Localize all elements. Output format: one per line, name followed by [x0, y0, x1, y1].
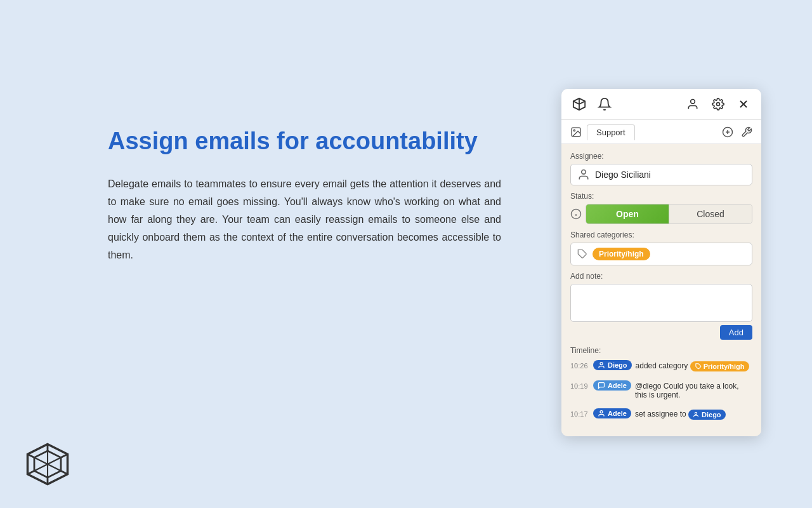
- timeline-action-3: set assignee to Diego: [635, 408, 752, 420]
- diego-avatar: Diego: [593, 360, 632, 370]
- timeline-entry: 10:19 Adele @diego Could you take a look…: [570, 380, 752, 399]
- categories-section: Shared categories: Priority/high: [570, 231, 752, 265]
- timeline-action-1: added category Priority/high: [636, 360, 752, 371]
- left-content: Assign emails for accountability Delegat…: [108, 127, 501, 264]
- add-widget-icon[interactable]: [719, 124, 736, 140]
- support-tab[interactable]: Support: [587, 124, 635, 140]
- category-inline-badge: Priority/high: [690, 361, 750, 371]
- main-description: Delegate emails to teammates to ensure e…: [108, 175, 501, 264]
- adele-person-avatar: Adele: [593, 408, 631, 418]
- svg-point-11: [691, 100, 695, 104]
- status-toggle: Open Closed: [586, 204, 752, 224]
- assignee-row: Diego Siciliani: [570, 164, 752, 185]
- timeline-entry: 10:17 Adele set assignee to: [570, 408, 752, 420]
- categories-row: Priority/high: [570, 243, 752, 265]
- widget-tabs: Support: [561, 120, 761, 144]
- email-widget: Support Assignee: Diego Siciliani: [561, 89, 761, 436]
- status-label: Status:: [570, 192, 752, 201]
- main-heading: Assign emails for accountability: [108, 127, 501, 156]
- note-label: Add note:: [570, 272, 752, 281]
- person-icon[interactable]: [683, 94, 703, 114]
- timeline-label: Timeline:: [570, 346, 752, 355]
- status-open-button[interactable]: Open: [586, 204, 669, 224]
- svg-point-16: [573, 130, 575, 131]
- status-info-icon: [570, 208, 582, 220]
- assignee-value: Diego Siciliani: [595, 170, 651, 180]
- status-row: Open Closed: [570, 204, 752, 224]
- bell-icon[interactable]: [594, 94, 615, 114]
- close-icon[interactable]: [733, 94, 754, 114]
- status-closed-button[interactable]: Closed: [669, 204, 752, 224]
- timeline-time-3: 10:17: [570, 408, 589, 418]
- widget-header: [561, 89, 761, 120]
- svg-point-27: [695, 412, 697, 414]
- note-textarea[interactable]: [570, 284, 752, 322]
- adele-chat-avatar: Adele: [593, 380, 631, 391]
- tag-icon: [577, 249, 587, 259]
- add-note-section: Add note: Add: [570, 272, 752, 340]
- timeline-entry: 10:26 Diego added category Priority/high: [570, 360, 752, 371]
- widget-body: Assignee: Diego Siciliani Status: Open C…: [561, 144, 761, 436]
- svg-point-25: [600, 363, 603, 365]
- logo-icon: [25, 442, 70, 486]
- timeline-time: 10:26: [570, 360, 589, 370]
- timeline-section: Timeline: 10:26 Diego added category: [570, 346, 752, 420]
- cube-icon[interactable]: [569, 94, 589, 114]
- svg-point-26: [600, 411, 603, 413]
- gear-icon[interactable]: [708, 94, 728, 114]
- categories-label: Shared categories:: [570, 231, 752, 239]
- assignee-label: Assignee:: [570, 152, 752, 161]
- assignee-inline-badge: Diego: [688, 410, 726, 420]
- assignee-person-icon: [577, 168, 590, 181]
- svg-point-12: [717, 103, 720, 106]
- timeline-action-2: @diego Could you take a look, this is ur…: [635, 380, 752, 399]
- svg-point-20: [582, 170, 586, 175]
- bottom-logo: [25, 442, 70, 489]
- add-note-button[interactable]: Add: [720, 325, 752, 340]
- category-badge: Priority/high: [593, 248, 650, 260]
- timeline-time-2: 10:19: [570, 380, 589, 390]
- image-icon[interactable]: [568, 124, 584, 140]
- tools-icon[interactable]: [738, 124, 755, 140]
